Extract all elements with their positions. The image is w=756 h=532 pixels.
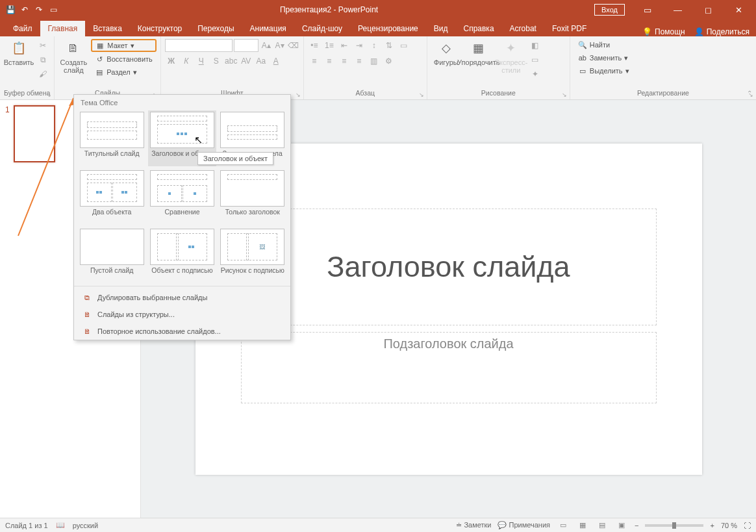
font-family-combo[interactable] <box>165 39 233 52</box>
status-bar: Слайд 1 из 1 📖 русский ≐ Заметки 💬 Приме… <box>0 518 756 532</box>
new-slide-button[interactable]: 🗎 Создать слайд <box>58 39 88 74</box>
zoom-level[interactable]: 70 % <box>721 522 737 529</box>
layout-icon: ▦ <box>95 41 105 50</box>
tab-animations[interactable]: Анимация <box>242 21 294 36</box>
quick-access-toolbar: 💾 ↶ ↷ ▭ <box>0 5 64 15</box>
quick-styles-button[interactable]: ✦Экспресс- стили <box>496 39 526 74</box>
align-text-icon[interactable]: ▭ <box>397 39 410 52</box>
columns-icon[interactable]: ▥ <box>368 55 381 68</box>
reset-icon: ↺ <box>95 55 104 64</box>
tab-file[interactable]: Файл <box>5 21 40 36</box>
replace-button[interactable]: abЗаменить▾ <box>574 52 752 64</box>
sign-in-button[interactable]: Вход <box>594 4 625 16</box>
layout-blank[interactable]: Пустой слайд <box>78 227 145 283</box>
group-paragraph: •≡ 1≡ ⇤ ⇥ ↕ ⇅ ▭ ≡ ≡ ≡ ≡ ▥ ⚙ Абзац <box>304 36 427 99</box>
align-right-icon[interactable]: ≡ <box>338 55 351 68</box>
case-icon[interactable]: Aa <box>255 55 268 68</box>
maximize-button[interactable]: ◻ <box>694 1 723 19</box>
start-slideshow-icon[interactable]: ▭ <box>48 5 58 15</box>
section-button[interactable]: ▤Раздел▾ <box>91 66 156 78</box>
minimize-button[interactable]: — <box>663 1 692 19</box>
shadow-icon[interactable]: abc <box>225 55 238 68</box>
decrease-font-icon[interactable]: A▾ <box>273 39 286 52</box>
strike-icon[interactable]: S <box>210 55 223 68</box>
cut-icon[interactable]: ✂ <box>36 39 49 52</box>
reset-button[interactable]: ↺Восстановить <box>91 53 156 65</box>
group-font: A▴ A▾ ⌫ Ж К Ч S abc AV Aa A Шрифт <box>161 36 304 99</box>
sorter-view-icon[interactable]: ▦ <box>576 520 589 531</box>
shape-fill-icon[interactable]: ◧ <box>529 39 542 52</box>
tab-acrobat[interactable]: Acrobat <box>502 21 544 36</box>
redo-icon[interactable]: ↷ <box>34 5 44 15</box>
smartart-icon[interactable]: ⚙ <box>383 55 396 68</box>
save-icon[interactable]: 💾 <box>5 5 16 15</box>
slides-from-outline-item[interactable]: 🗎Слайды из структуры... <box>74 306 290 323</box>
increase-indent-icon[interactable]: ⇥ <box>353 39 366 52</box>
align-left-icon[interactable]: ≡ <box>308 55 321 68</box>
line-spacing-icon[interactable]: ↕ <box>368 39 381 52</box>
spellcheck-icon[interactable]: 📖 <box>56 521 65 529</box>
notes-button[interactable]: ≐ Заметки <box>456 521 491 529</box>
tell-me-button[interactable]: 💡 Помощн <box>642 27 685 36</box>
decrease-indent-icon[interactable]: ⇤ <box>338 39 351 52</box>
tab-slideshow[interactable]: Слайд-шоу <box>294 21 350 36</box>
reuse-slides-item[interactable]: 🗎Повторное использование слайдов... <box>74 323 290 340</box>
tab-help[interactable]: Справка <box>455 21 501 36</box>
collapse-ribbon-icon[interactable]: ⌃ <box>747 90 752 97</box>
language-indicator[interactable]: русский <box>73 522 98 529</box>
undo-icon[interactable]: ↶ <box>19 5 30 15</box>
comments-button[interactable]: 💬 Примечания <box>498 521 550 529</box>
bullets-icon[interactable]: •≡ <box>308 39 321 52</box>
layout-content-caption[interactable]: Объект с подписью <box>148 227 216 283</box>
zoom-slider[interactable] <box>645 524 703 527</box>
format-painter-icon[interactable]: 🖌 <box>36 68 49 81</box>
layout-title-slide[interactable]: Титульный слайд <box>78 110 145 166</box>
fit-to-window-icon[interactable]: ⛶ <box>744 522 751 529</box>
ribbon-tabs: Файл Главная Вставка Конструктор Переход… <box>0 19 756 36</box>
ribbon-display-icon[interactable]: ▭ <box>633 1 662 19</box>
close-button[interactable]: ✕ <box>724 1 753 19</box>
tab-view[interactable]: Вид <box>426 21 456 36</box>
font-color-icon[interactable]: A <box>270 55 283 68</box>
copy-icon[interactable]: ⧉ <box>36 53 49 66</box>
slideshow-view-icon[interactable]: ▣ <box>615 520 628 531</box>
reading-view-icon[interactable]: ▤ <box>596 520 609 531</box>
italic-icon[interactable]: К <box>180 55 193 68</box>
gallery-header: Тема Office <box>74 95 290 110</box>
normal-view-icon[interactable]: ▭ <box>557 520 570 531</box>
text-direction-icon[interactable]: ⇅ <box>383 39 396 52</box>
arrange-button[interactable]: ▦Упорядочить <box>464 39 494 66</box>
shape-effects-icon[interactable]: ✦ <box>529 68 542 81</box>
tab-transitions[interactable]: Переходы <box>190 21 242 36</box>
shape-outline-icon[interactable]: ▭ <box>529 53 542 66</box>
find-button[interactable]: 🔍Найти <box>574 39 752 51</box>
underline-icon[interactable]: Ч <box>195 55 208 68</box>
tab-design[interactable]: Конструктор <box>130 21 190 36</box>
tab-foxit[interactable]: Foxit PDF <box>544 21 594 36</box>
zoom-in-icon[interactable]: + <box>710 522 714 529</box>
paste-button[interactable]: 📋 Вставить <box>4 39 34 66</box>
layout-comparison[interactable]: Сравнение <box>148 169 216 225</box>
align-center-icon[interactable]: ≡ <box>323 55 336 68</box>
zoom-out-icon[interactable]: − <box>635 522 638 529</box>
select-button[interactable]: ▭Выделить▾ <box>574 65 752 77</box>
duplicate-slides-item[interactable]: ⧉Дублировать выбранные слайды <box>74 289 290 306</box>
subtitle-placeholder[interactable]: Подзаголовок слайда <box>241 332 657 403</box>
layout-two-content[interactable]: Два объекта <box>78 169 145 225</box>
increase-font-icon[interactable]: A▴ <box>260 39 272 52</box>
shapes-button[interactable]: ◇Фигуры <box>431 39 461 66</box>
justify-icon[interactable]: ≡ <box>353 55 366 68</box>
clear-format-icon[interactable]: ⌫ <box>287 39 299 52</box>
numbering-icon[interactable]: 1≡ <box>323 39 336 52</box>
title-placeholder[interactable]: Заголовок слайда <box>241 209 657 325</box>
bold-icon[interactable]: Ж <box>165 55 178 68</box>
layout-picture-caption[interactable]: 🖼 Рисунок с подписью <box>219 227 286 283</box>
share-button[interactable]: 👤 Поделиться <box>694 27 750 36</box>
tab-review[interactable]: Рецензирование <box>350 21 426 36</box>
tab-home[interactable]: Главная <box>40 21 86 36</box>
font-size-combo[interactable] <box>234 39 258 52</box>
tab-insert[interactable]: Вставка <box>85 21 130 36</box>
layout-title-only[interactable]: Только заголовок <box>219 169 286 225</box>
spacing-icon[interactable]: AV <box>240 55 253 68</box>
layout-button[interactable]: ▦Макет▾ <box>91 39 156 52</box>
